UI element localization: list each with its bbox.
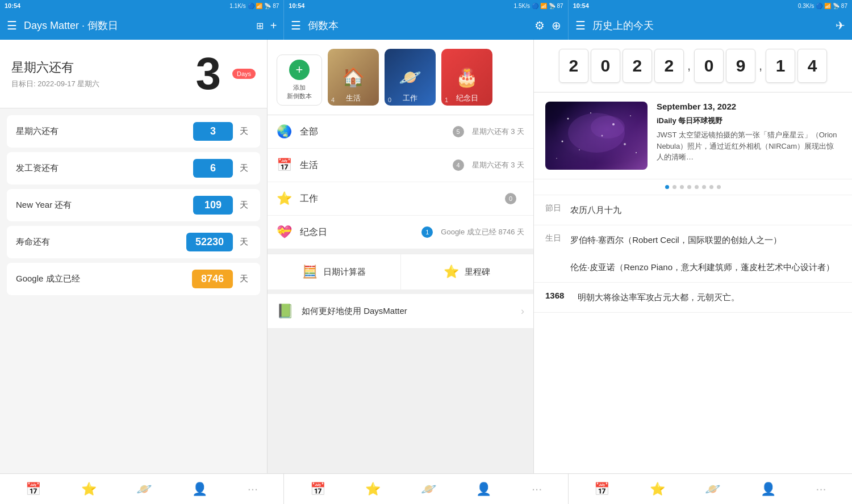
tabs-panel3: 📅 ⭐ 🪐 👤 ··· xyxy=(569,473,852,504)
date-digit-1: 2 xyxy=(559,49,588,83)
tab2-star[interactable]: ⭐ xyxy=(361,480,385,499)
tab2-user[interactable]: 👤 xyxy=(471,480,496,499)
tabs-panel2: 📅 ⭐ 🪐 👤 ··· xyxy=(284,473,568,504)
work-badge: 0 xyxy=(505,193,516,204)
add-icon-1[interactable]: + xyxy=(270,19,277,32)
tabs-panel1: 📅 ⭐ 🪐 👤 ··· xyxy=(0,473,284,504)
dot-8 xyxy=(717,185,721,189)
status-info-2: 1.5K/s 🔵 📶 📡 87 xyxy=(514,3,563,9)
notebook-card-life[interactable]: 🏠 生活 4 xyxy=(328,49,379,106)
date-digit-7: 1 xyxy=(766,49,795,83)
svg-point-0 xyxy=(567,118,569,120)
hero-text: 星期六还有 目标日: 2022-09-17 星期六 xyxy=(11,59,184,89)
star-icon: ⭐ xyxy=(444,264,459,279)
tab1-more[interactable]: ··· xyxy=(243,480,262,499)
category-work[interactable]: ⭐ 工作 0 xyxy=(268,182,533,216)
settings-icon[interactable]: ⚙ xyxy=(534,19,545,32)
tab3-user[interactable]: 👤 xyxy=(756,480,780,499)
anniversary-badge: 1 xyxy=(421,226,433,238)
panel-days-matter: 星期六还有 目标日: 2022-09-17 星期六 3 Days 星期六还有3天… xyxy=(0,40,267,473)
tools-section: 🧮 日期计算器 ⭐ 里程碑 xyxy=(268,254,533,289)
category-all[interactable]: 🌏 全部 5 星期六还有 3 天 xyxy=(268,115,533,149)
anniversary-label: 纪念日 xyxy=(300,226,414,238)
menu-icon-2[interactable]: ☰ xyxy=(291,19,301,32)
tab3-star[interactable]: ⭐ xyxy=(645,480,670,499)
birthday-label: 生日 xyxy=(545,233,561,243)
notebook-card-anniversary[interactable]: 🎂 纪念日 1 xyxy=(441,49,492,106)
network-3: 0.3K/s xyxy=(798,3,814,9)
notebook-card-work[interactable]: 🪐 工作 0 xyxy=(385,49,436,106)
more-icon-3: ··· xyxy=(816,482,826,497)
list-item-number: 8746 xyxy=(192,270,233,288)
notebook-cards: + 添加新倒数本 🏠 生活 4 🪐 工作 0 🎂 xyxy=(268,40,533,115)
star-icon-3: ⭐ xyxy=(650,482,665,497)
anniversary-title: 纪念日 xyxy=(441,93,492,103)
add-notebook-icon: + xyxy=(289,60,310,80)
planet-icon-2: 🪐 xyxy=(421,482,436,497)
tab1-star[interactable]: ⭐ xyxy=(77,480,101,499)
menu-icon-1[interactable]: ☰ xyxy=(7,19,17,32)
status-section-1: 10:54 1.1K/s 🔵 📶 📡 87 xyxy=(0,0,284,11)
panel-history: 2 0 2 2 , 0 9 , 1 4 xyxy=(534,40,852,473)
all-icon: 🌏 xyxy=(277,124,292,139)
date-digit-4: 2 xyxy=(654,49,684,83)
article-date: September 13, 2022 xyxy=(657,102,841,111)
guide-button[interactable]: 📗 如何更好地使用 DaysMatter › xyxy=(268,289,533,328)
calendar-icon-2: 📅 xyxy=(310,482,325,497)
work-icon: ⭐ xyxy=(277,191,292,206)
tab1-calendar[interactable]: 📅 xyxy=(21,480,45,499)
dot-1 xyxy=(665,185,669,189)
all-right-text: 星期六还有 3 天 xyxy=(472,127,524,137)
tab3-more[interactable]: ··· xyxy=(811,480,830,499)
tab2-calendar[interactable]: 📅 xyxy=(306,480,330,499)
svg-point-9 xyxy=(556,158,557,159)
milestone-button[interactable]: ⭐ 里程碑 xyxy=(401,254,534,289)
list-item-row[interactable]: 发工资还有6天 xyxy=(7,152,260,184)
header-panel3: ☰ 历史上的今天 ✈ xyxy=(569,11,852,40)
status-time-2: 10:54 xyxy=(289,2,304,9)
list-item-number: 3 xyxy=(193,122,233,141)
tab1-user[interactable]: 👤 xyxy=(187,480,212,499)
dot-3 xyxy=(680,185,684,189)
star-icon-1: ⭐ xyxy=(81,482,97,497)
battery-2: 87 xyxy=(557,3,563,9)
svg-point-5 xyxy=(579,149,580,150)
list-item-row[interactable]: New Year 还有109天 xyxy=(7,189,260,221)
tab2-more[interactable]: ··· xyxy=(527,480,546,499)
app-title: Days Matter · 倒数日 xyxy=(24,19,249,32)
svg-point-3 xyxy=(630,115,631,116)
category-anniversary[interactable]: 💝 纪念日 1 Google 成立已经 8746 天 xyxy=(268,216,533,249)
add-icon-2[interactable]: ⊕ xyxy=(552,19,561,32)
tab2-planet[interactable]: 🪐 xyxy=(416,480,441,499)
list-item-number: 52230 xyxy=(186,233,233,251)
status-time-3: 10:54 xyxy=(573,2,589,9)
milestone-label: 里程碑 xyxy=(465,267,490,278)
list-item-label: Google 成立已经 xyxy=(16,274,185,284)
add-notebook-button[interactable]: + 添加新倒数本 xyxy=(277,54,322,106)
planet-icon-1: 🪐 xyxy=(136,482,152,497)
date-sep-1: , xyxy=(686,49,692,83)
list-item-row[interactable]: 星期六还有3天 xyxy=(7,115,260,148)
list-item-row[interactable]: 寿命还有52230天 xyxy=(7,226,260,258)
menu-icon-3[interactable]: ☰ xyxy=(575,19,586,32)
hero-subtitle: 目标日: 2022-09-17 星期六 xyxy=(11,79,184,89)
dot-2 xyxy=(673,185,676,189)
tab3-planet[interactable]: 🪐 xyxy=(700,480,725,499)
send-icon[interactable]: ✈ xyxy=(836,19,845,32)
category-life[interactable]: 📅 生活 4 星期六还有 3 天 xyxy=(268,149,533,182)
list-item-unit: 天 xyxy=(240,200,251,211)
calculator-icon: 🧮 xyxy=(302,264,318,279)
life-icon: 📅 xyxy=(277,158,292,173)
status-time-1: 10:54 xyxy=(5,2,20,9)
list-item-label: 星期六还有 xyxy=(16,126,186,137)
list-item-row[interactable]: Google 成立已经8746天 xyxy=(7,263,260,295)
festival-label: 節日 xyxy=(545,203,561,213)
calendar-icon-1: 📅 xyxy=(26,482,41,497)
date-calculator-button[interactable]: 🧮 日期计算器 xyxy=(268,254,401,289)
grid-icon[interactable]: ⊞ xyxy=(256,20,264,31)
icons-3: 🔵 📶 📡 xyxy=(816,3,840,9)
category-list: 🌏 全部 5 星期六还有 3 天 📅 生活 4 星期六还有 3 天 ⭐ 工作 0… xyxy=(268,115,533,473)
tab1-planet[interactable]: 🪐 xyxy=(132,480,156,499)
tab3-calendar[interactable]: 📅 xyxy=(590,480,614,499)
list-item-number: 6 xyxy=(193,159,233,178)
